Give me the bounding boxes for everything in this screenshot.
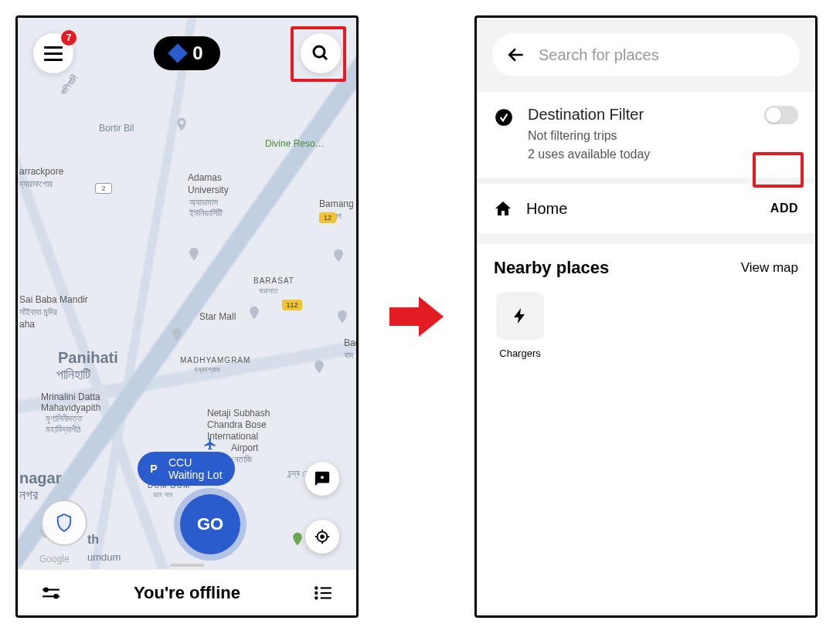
search-icon xyxy=(311,44,330,63)
chargers-card[interactable]: Chargers xyxy=(494,292,546,359)
parking-icon: P xyxy=(145,460,162,477)
home-icon xyxy=(494,199,512,218)
points-count: 0 xyxy=(192,42,202,64)
bolt-icon xyxy=(511,307,529,325)
destination-filter-row: Destination Filter Not filtering trips 2… xyxy=(477,92,815,178)
route-shield: 12 xyxy=(319,212,336,223)
svg-point-0 xyxy=(314,46,325,57)
route-shield: 2 xyxy=(95,183,112,194)
svg-marker-19 xyxy=(389,297,444,337)
locate-fab[interactable] xyxy=(305,520,339,554)
crosshair-icon xyxy=(314,528,331,545)
go-label: GO xyxy=(197,514,223,534)
diamond-icon xyxy=(168,43,188,63)
svg-point-2 xyxy=(321,476,324,479)
search-input[interactable] xyxy=(539,46,786,64)
svg-rect-12 xyxy=(42,595,60,597)
menu-button[interactable]: 7 xyxy=(33,33,73,73)
nearby-title: Nearby places xyxy=(494,258,609,278)
view-map-link[interactable]: View map xyxy=(741,260,798,276)
map-pin-icon xyxy=(335,309,350,324)
search-places-screen: Destination Filter Not filtering trips 2… xyxy=(474,15,818,618)
svg-point-13 xyxy=(314,586,318,589)
map-pin-icon xyxy=(186,246,202,262)
svg-rect-16 xyxy=(321,591,332,593)
map-pin-icon xyxy=(169,327,185,342)
filter-sub2: 2 uses available today xyxy=(528,145,750,164)
svg-rect-14 xyxy=(321,587,332,588)
chargers-label: Chargers xyxy=(499,347,540,359)
hamburger-icon xyxy=(44,46,63,61)
map-pin-icon xyxy=(311,359,327,375)
driver-app-map-screen: Bortir Bil Divine Reso… arrackpore ব্যার… xyxy=(15,15,359,618)
notification-badge: 7 xyxy=(61,30,76,46)
points-pill[interactable]: 0 xyxy=(154,36,219,70)
search-bar[interactable] xyxy=(492,33,800,76)
filter-toggle[interactable] xyxy=(764,106,798,124)
destination-icon xyxy=(494,107,514,127)
svg-line-1 xyxy=(323,56,327,59)
back-arrow-icon[interactable] xyxy=(506,45,526,65)
home-row[interactable]: Home ADD xyxy=(477,184,815,233)
svg-rect-10 xyxy=(42,588,60,590)
svg-point-17 xyxy=(314,596,318,599)
airplane-icon xyxy=(203,437,217,451)
ccu-line2: Waiting Lot xyxy=(168,469,223,481)
route-shield: 112 xyxy=(282,300,302,310)
nearby-section: Nearby places View map Chargers xyxy=(477,244,815,615)
map-pin-icon xyxy=(174,117,189,132)
svg-rect-18 xyxy=(321,597,332,598)
map-pin-icon xyxy=(331,248,346,263)
status-text: You're offline xyxy=(134,583,240,603)
search-button[interactable] xyxy=(301,33,341,73)
svg-point-15 xyxy=(314,591,318,594)
bottom-status-bar[interactable]: You're offline xyxy=(18,569,356,615)
svg-point-4 xyxy=(321,535,324,538)
waiting-lot-pill[interactable]: P CCU Waiting Lot xyxy=(138,452,235,486)
preferences-icon[interactable] xyxy=(41,583,61,603)
list-icon[interactable] xyxy=(313,583,333,603)
filter-title: Destination Filter xyxy=(528,106,750,124)
chat-fab[interactable] xyxy=(305,462,339,496)
map-pin-icon xyxy=(290,531,305,547)
transition-arrow xyxy=(389,293,444,340)
svg-point-21 xyxy=(495,109,512,126)
add-home-button[interactable]: ADD xyxy=(770,202,798,215)
safety-button[interactable] xyxy=(41,500,87,546)
go-button[interactable]: GO xyxy=(180,494,240,554)
shield-icon xyxy=(56,513,73,533)
drag-handle[interactable] xyxy=(170,564,204,567)
arrow-right-icon xyxy=(389,293,444,340)
map-pin-icon xyxy=(246,305,262,320)
home-label: Home xyxy=(526,200,756,218)
ccu-line1: CCU xyxy=(168,456,223,469)
chat-icon xyxy=(314,470,331,487)
filter-sub1: Not filtering trips xyxy=(528,127,750,145)
